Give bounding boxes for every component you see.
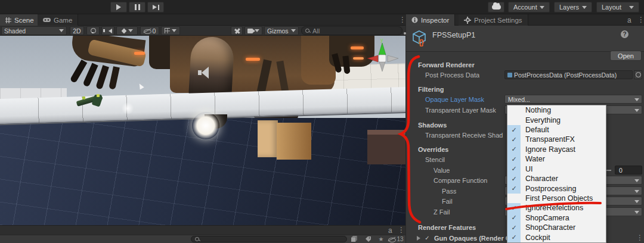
scene-viewport[interactable]: y (0, 36, 405, 225)
gizmo-axis-cone[interactable] (379, 62, 385, 71)
tab-inspector[interactable]: Inspector (406, 14, 455, 26)
checkmark-icon: ✓ (507, 164, 521, 174)
gizmo-center-cube[interactable] (379, 55, 386, 62)
checkmark-icon: ✓ (507, 145, 521, 154)
panel-menu-icon[interactable]: ⋮ (637, 16, 644, 23)
layer-dropdown-item[interactable]: ✓Water (507, 154, 606, 164)
audio-source-gizmo-icon (197, 64, 212, 81)
mech-glow-vent (351, 46, 364, 49)
property-label[interactable]: Transparent Layer Mask (406, 107, 496, 114)
grid-snap-dropdown[interactable] (161, 26, 180, 35)
panel-menu-icon[interactable]: ⋮ (399, 16, 406, 23)
scene-effects-dropdown[interactable] (116, 26, 138, 35)
gizmo-axis-cone[interactable] (388, 55, 398, 62)
scene-search-input[interactable]: All (301, 26, 402, 35)
layer-dropdown-item[interactable]: ✓TransparentFX (507, 135, 606, 144)
gizmos-label: Gizmos (267, 27, 289, 35)
layer-dropdown-item[interactable]: ✓Ignore Raycast (507, 145, 606, 154)
scene-audio-toggle[interactable] (101, 26, 114, 35)
lock-icon[interactable]: a (388, 226, 392, 235)
scene-lighting-toggle[interactable] (86, 26, 100, 35)
feature-label[interactable]: Gun Opaques (Render O (433, 235, 510, 242)
gun-accent (82, 96, 85, 99)
layout-dropdown-label: Layout (602, 4, 621, 11)
layer-dropdown-item[interactable]: Everything (507, 115, 606, 124)
layer-dropdown-item[interactable]: ✓Cockpit (507, 232, 606, 242)
shading-mode-dropdown[interactable]: Shaded (1, 26, 67, 35)
prefab-icon[interactable] (349, 236, 358, 242)
property-label[interactable]: Transparent Receive Shad (406, 132, 503, 139)
chevron-down-icon (634, 109, 639, 112)
layer-dropdown-item[interactable]: ✓IgnoreRefelctions (507, 203, 606, 213)
chevron-down-icon (582, 6, 587, 9)
layer-dropdown-item[interactable]: ✓Default (507, 125, 606, 135)
eye-slash-icon (144, 28, 151, 33)
row-opaque-layer-mask: Opaque Layer Mask Mixed... (406, 94, 644, 104)
checkmark-icon: ✓ (507, 232, 521, 242)
help-icon[interactable] (621, 30, 628, 38)
layer-dropdown-item[interactable]: ✓Character (507, 174, 606, 183)
layer-item-label: UI (521, 165, 533, 173)
scene-orientation-gizmo[interactable]: y (364, 36, 401, 73)
foldout-arrow-icon[interactable] (417, 236, 420, 241)
tab-game[interactable]: Game (38, 14, 78, 26)
favorites-star-icon[interactable] (377, 236, 385, 242)
tan-pillar (258, 120, 278, 157)
project-search-input[interactable] (191, 236, 347, 242)
cloud-services-button[interactable] (488, 2, 504, 13)
property-label[interactable]: Fail (406, 198, 453, 205)
feature-menu-icon[interactable]: ⋮ (636, 234, 643, 241)
scene-panel: Scene Game ⋮ Shaded 2D 0 (0, 14, 405, 243)
step-button[interactable] (147, 2, 164, 13)
gizmo-y-cone[interactable] (379, 43, 386, 55)
panel-menu-icon[interactable]: ⋮ (398, 226, 405, 233)
layer-dropdown-item[interactable]: ✓Postprocessing (507, 183, 606, 193)
asset-title: FPSSetupP1 (432, 31, 475, 39)
property-label[interactable]: Z Fail (406, 208, 450, 216)
tab-project-settings-label: Project Settings (474, 17, 522, 24)
layer-dropdown-item[interactable]: ✓UI (507, 164, 606, 174)
object-picker-icon[interactable] (634, 70, 642, 79)
layer-mask-dropdown-popup: Nothing Everything ✓Default ✓Transparent… (507, 105, 606, 243)
chevron-down-icon (634, 211, 639, 214)
toggle-2d-button[interactable]: 2D (70, 26, 84, 35)
component-tools-button[interactable] (231, 26, 243, 35)
property-label[interactable]: Opaque Layer Mask (406, 96, 484, 103)
layer-dropdown-item-first-person-objects[interactable]: First Person Objects (507, 194, 606, 203)
play-button[interactable] (110, 2, 127, 13)
property-label[interactable]: Stencil (406, 156, 445, 163)
label-tag-icon[interactable] (364, 236, 372, 242)
gizmo-x-cone[interactable] (367, 55, 378, 62)
tab-inspector-label: Inspector (421, 17, 449, 24)
section-label: Overrides (406, 146, 448, 153)
property-label[interactable]: Value (406, 167, 450, 174)
layers-dropdown[interactable]: Layers (554, 2, 592, 13)
pause-button[interactable] (129, 2, 145, 13)
post-process-data-object-field[interactable]: PostProcessData (PostProcessData) (504, 70, 633, 79)
gizmo-y-axis-label: y (380, 37, 383, 43)
tab-project-settings[interactable]: Project Settings (459, 14, 528, 26)
layer-dropdown-item[interactable]: Nothing (507, 105, 606, 115)
cloud-icon (492, 5, 501, 10)
inspector-tabstrip: Inspector Project Settings a ⋮ (406, 14, 644, 26)
toggle-2d-label: 2D (73, 27, 80, 35)
shading-mode-label: Shaded (4, 27, 26, 35)
property-label[interactable]: Compare Function (406, 177, 488, 184)
account-dropdown[interactable]: Account (508, 2, 550, 13)
layer-dropdown-item[interactable]: ✓ShopCharacter (507, 223, 606, 232)
opaque-layer-mask-dropdown[interactable]: Mixed... (504, 95, 642, 104)
property-label[interactable]: Pass (406, 188, 456, 195)
lightbulb-icon (91, 28, 95, 34)
lock-icon[interactable]: a (627, 16, 631, 24)
hidden-objects-button[interactable]: 0 (140, 26, 159, 35)
play-icon (116, 4, 121, 10)
stencil-value-input[interactable]: 0 (615, 166, 642, 175)
object-field-value: PostProcessData (PostProcessData) (514, 71, 617, 79)
feature-enabled-checkbox[interactable] (424, 235, 431, 241)
layout-dropdown[interactable]: Layout (596, 2, 639, 13)
tab-scene[interactable]: Scene (0, 14, 40, 26)
hidden-count-button[interactable]: 13 (388, 236, 404, 242)
camera-dropdown[interactable] (244, 26, 262, 35)
layer-dropdown-item[interactable]: ✓ShopCamera (507, 213, 606, 223)
gizmos-dropdown[interactable]: Gizmos (264, 26, 299, 35)
